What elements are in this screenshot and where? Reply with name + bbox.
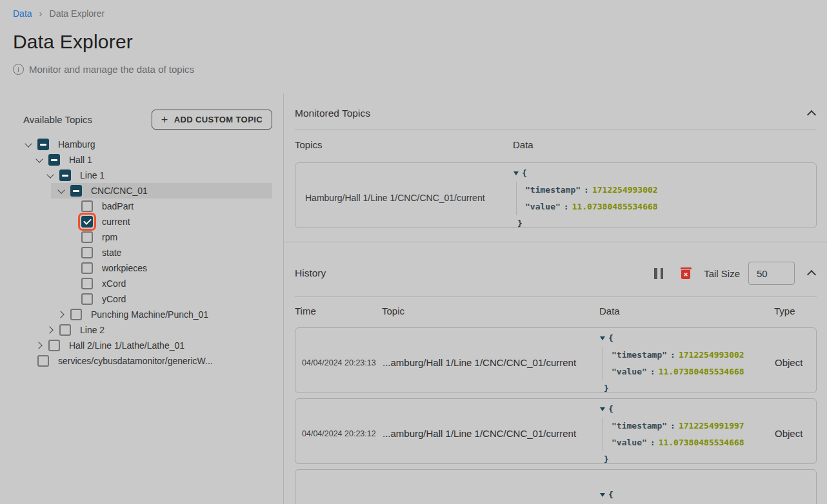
column-header-type: Type bbox=[774, 305, 817, 316]
json-colon: : bbox=[650, 367, 655, 376]
info-icon: i bbox=[13, 64, 24, 75]
json-close-brace: } bbox=[604, 380, 775, 393]
chevron-down-icon[interactable] bbox=[45, 170, 55, 180]
checkbox-indeterminate[interactable] bbox=[70, 185, 82, 197]
tree-item-hall-2-line-1-lathe-lathe-01[interactable]: Hall 2/Line 1/Lathe/Lathe_01 bbox=[29, 338, 272, 353]
json-key-value: "value" bbox=[612, 438, 647, 447]
checkbox-unchecked[interactable] bbox=[81, 247, 93, 258]
available-topics-header: Available Topics + ADD CUSTOM TOPIC bbox=[23, 110, 272, 130]
tree-item-label: Line 1 bbox=[80, 170, 105, 180]
trash-x-icon: ✕ bbox=[681, 270, 690, 279]
collapse-triangle-icon[interactable] bbox=[513, 171, 519, 175]
history-type: Object bbox=[775, 428, 810, 439]
data-explorer-page: Data › Data Explorer Data Explorer i Mon… bbox=[0, 0, 827, 504]
page-subtitle: i Monitor and manage the data of topics bbox=[13, 64, 814, 75]
json-key-timestamp: "timestamp" bbox=[612, 350, 667, 360]
json-value-value: 11.07380485534668 bbox=[659, 367, 744, 376]
pause-button[interactable] bbox=[653, 267, 664, 280]
monitored-topics-title: Monitored Topics bbox=[295, 108, 370, 119]
column-header-topic: Topic bbox=[382, 305, 599, 316]
chevron-down-icon[interactable] bbox=[56, 186, 66, 196]
table-row: 04/04/2024 20:23:12 ...amburg/Hall 1/Lin… bbox=[295, 398, 817, 464]
column-header-data: Data bbox=[513, 139, 817, 150]
tree-item-services-cybusdatamonitor[interactable]: services/cybusdatamonitor/genericW... bbox=[18, 353, 272, 369]
available-topics-title: Available Topics bbox=[23, 114, 92, 125]
tree-item-rpm[interactable]: rpm bbox=[62, 229, 272, 245]
tree-item-line-1[interactable]: Line 1 bbox=[40, 168, 272, 183]
json-colon: : bbox=[650, 438, 655, 447]
checkbox-indeterminate[interactable] bbox=[37, 139, 49, 150]
checkbox-unchecked[interactable] bbox=[81, 278, 93, 289]
tree-item-state[interactable]: state bbox=[62, 245, 272, 260]
tree-item-xcord[interactable]: xCord bbox=[62, 276, 272, 291]
checkbox-unchecked[interactable] bbox=[81, 231, 93, 243]
tree-item-label: services/cybusdatamonitor/genericW... bbox=[58, 356, 213, 366]
main-content: Available Topics + ADD CUSTOM TOPIC Hamb… bbox=[0, 93, 827, 504]
checkbox-unchecked[interactable] bbox=[81, 262, 93, 274]
collapse-chevron-up-icon[interactable] bbox=[806, 268, 817, 278]
json-value-timestamp: 1712254993002 bbox=[592, 185, 658, 195]
collapse-triangle-icon[interactable] bbox=[600, 407, 605, 411]
json-open-brace: { bbox=[608, 401, 613, 418]
history-topic: ...amburg/Hall 1/Line 1/CNC/CNC_01/curre… bbox=[383, 357, 600, 368]
column-header-topics: Topics bbox=[295, 139, 513, 150]
tree-item-label: Hall 2/Line 1/Lathe/Lathe_01 bbox=[69, 340, 184, 351]
checkbox-checked[interactable] bbox=[81, 216, 93, 228]
tree-item-label: yCord bbox=[102, 294, 126, 304]
checkbox-unchecked[interactable] bbox=[48, 340, 60, 351]
chevron-right-icon[interactable] bbox=[34, 340, 45, 351]
checkbox-unchecked[interactable] bbox=[37, 355, 49, 367]
monitored-topic-path: Hamburg/Hall 1/Line 1/CNC/CNC_01/current bbox=[305, 193, 513, 203]
tree-item-punching-machine-punch-01[interactable]: Punching Machine/Punch_01 bbox=[51, 307, 272, 322]
collapse-chevron-up-icon[interactable] bbox=[806, 108, 817, 119]
json-colon: : bbox=[670, 421, 675, 431]
tree-item-label: current bbox=[102, 217, 130, 227]
json-key-value: "value" bbox=[612, 367, 647, 376]
tree-item-label: Hamburg bbox=[58, 139, 95, 150]
checkbox-indeterminate[interactable] bbox=[48, 154, 60, 166]
column-header-time: Time bbox=[295, 305, 382, 316]
json-colon: : bbox=[584, 185, 589, 195]
tail-size-input[interactable] bbox=[748, 262, 795, 285]
history-title: History bbox=[295, 267, 653, 279]
breadcrumb-link-data[interactable]: Data bbox=[13, 8, 32, 19]
tree-item-cnc-cnc-01[interactable]: CNC/CNC_01 bbox=[51, 183, 272, 199]
checkbox-unchecked[interactable] bbox=[81, 200, 93, 212]
collapse-triangle-icon[interactable] bbox=[600, 336, 605, 340]
page-subtitle-text: Monitor and manage the data of topics bbox=[29, 64, 194, 75]
json-close-brace: } bbox=[517, 215, 816, 228]
json-value-timestamp: 1712254991997 bbox=[679, 421, 744, 431]
clear-history-button[interactable]: ✕ bbox=[681, 267, 691, 279]
checkbox-unchecked[interactable] bbox=[70, 309, 82, 320]
checkbox-unchecked[interactable] bbox=[59, 324, 71, 336]
add-custom-topic-button[interactable]: + ADD CUSTOM TOPIC bbox=[152, 110, 272, 130]
json-viewer: { "timestamp":1712254993002 "value":11.0… bbox=[513, 163, 816, 228]
tree-item-ycord[interactable]: yCord bbox=[62, 291, 272, 307]
chevron-right-icon[interactable] bbox=[45, 325, 55, 335]
table-row: { "timestamp":1712254990993 bbox=[295, 469, 817, 504]
table-row: 04/04/2024 20:23:13 ...amburg/Hall 1/Lin… bbox=[295, 327, 817, 393]
tree-item-label: Hall 1 bbox=[69, 155, 92, 165]
json-viewer: { "timestamp":1712254990993 bbox=[600, 485, 775, 504]
chevron-down-icon[interactable] bbox=[23, 139, 34, 150]
chevron-right-icon[interactable] bbox=[56, 309, 66, 320]
monitored-topics-section: Monitored Topics Topics Data Hamburg/Hal… bbox=[284, 93, 827, 228]
chevron-down-icon[interactable] bbox=[34, 155, 45, 165]
monitored-topic-row: Hamburg/Hall 1/Line 1/CNC/CNC_01/current… bbox=[295, 162, 817, 228]
history-section: History ✕ Tail Size Time Topic Data Type bbox=[284, 242, 827, 504]
tree-item-label: CNC/CNC_01 bbox=[91, 186, 148, 196]
history-type: Object bbox=[775, 357, 810, 368]
tree-item-hall-1[interactable]: Hall 1 bbox=[29, 152, 272, 168]
tree-item-hamburg[interactable]: Hamburg bbox=[18, 137, 272, 152]
tree-item-current[interactable]: current bbox=[62, 214, 272, 229]
tree-item-badpart[interactable]: badPart bbox=[62, 199, 272, 214]
json-viewer: { "timestamp":1712254993002 "value":11.0… bbox=[600, 328, 775, 393]
checkbox-unchecked[interactable] bbox=[81, 293, 93, 305]
json-colon: : bbox=[670, 350, 675, 360]
tree-item-line-2[interactable]: Line 2 bbox=[40, 322, 272, 338]
breadcrumb-separator-icon: › bbox=[39, 8, 43, 19]
collapse-triangle-icon[interactable] bbox=[600, 493, 605, 497]
checkbox-indeterminate[interactable] bbox=[59, 170, 71, 181]
page-header: Data › Data Explorer Data Explorer i Mon… bbox=[0, 0, 827, 93]
tree-item-workpieces[interactable]: workpieces bbox=[62, 260, 272, 276]
